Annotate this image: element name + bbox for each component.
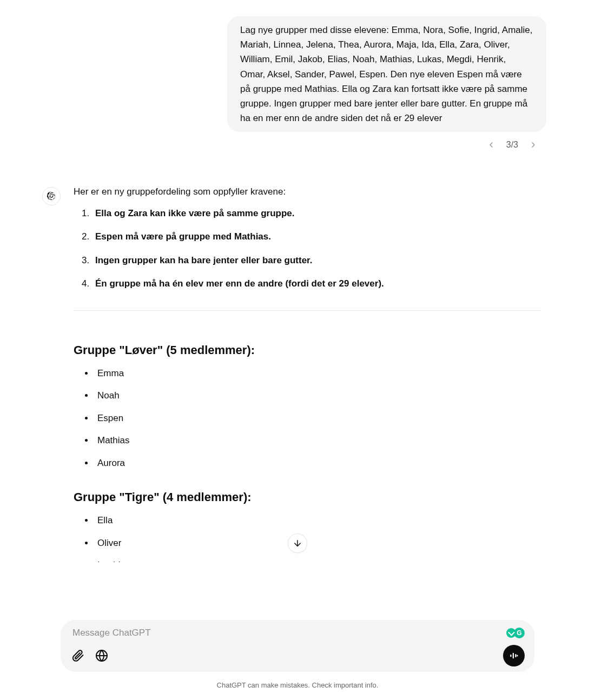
composer-left-icons	[70, 648, 109, 663]
rule-item: Ingen grupper kan ha bare jenter eller b…	[92, 254, 541, 268]
user-message-text: Lag nye grupper med disse elevene: Emma,…	[240, 25, 533, 123]
svg-rect-6	[517, 655, 518, 657]
assistant-message-row: Her er en ny gruppefordeling som oppfyll…	[42, 185, 546, 562]
section-divider	[74, 310, 541, 311]
svg-rect-5	[515, 654, 516, 657]
member-item: Noah	[94, 389, 541, 403]
assistant-avatar	[42, 187, 61, 205]
rules-list: Ella og Zara kan ikke være på samme grup…	[74, 206, 541, 291]
svg-rect-3	[510, 655, 511, 657]
scroll-to-bottom-button[interactable]	[288, 534, 307, 553]
chevron-left-icon[interactable]	[484, 137, 499, 152]
member-item: Ingrid	[94, 558, 541, 562]
member-item: Ella	[94, 514, 541, 528]
sound-wave-icon	[509, 651, 519, 661]
member-item: Oliver	[94, 536, 541, 550]
group-heading: Gruppe "Tigre" (4 medlemmer):	[74, 488, 541, 506]
user-message-bubble: Lag nye grupper med disse elevene: Emma,…	[227, 16, 546, 132]
composer-top-row: Message ChatGPT G	[70, 625, 525, 644]
member-item: Espen	[94, 411, 541, 425]
rule-item: Én gruppe må ha én elev mer enn de andre…	[92, 277, 541, 291]
member-item: Emma	[94, 366, 541, 381]
message-composer[interactable]: Message ChatGPT G	[61, 620, 534, 672]
svg-rect-4	[513, 653, 514, 659]
globe-icon	[95, 649, 108, 662]
rule-item: Espen må være på gruppe med Mathias.	[92, 230, 541, 244]
chevron-right-icon[interactable]	[526, 137, 541, 152]
assistant-intro: Her er en ny gruppefordeling som oppfyll…	[74, 185, 541, 199]
attach-button[interactable]	[70, 648, 85, 663]
message-pagination: 3/3	[42, 137, 546, 152]
rule-item: Ella og Zara kan ikke være på samme grup…	[92, 206, 541, 221]
composer-bottom-row	[70, 644, 525, 669]
members-list: Emma Noah Espen Mathias Aurora	[74, 366, 541, 470]
group-heading: Gruppe "Løver" (5 medlemmer):	[74, 341, 541, 359]
user-message-row: Lag nye grupper med disse elevene: Emma,…	[42, 16, 546, 132]
paperclip-icon	[71, 649, 84, 662]
composer-area: Message ChatGPT G	[61, 620, 534, 672]
chat-scroll-area: Lag nye grupper med disse elevene: Emma,…	[0, 0, 595, 562]
footer-disclaimer: ChatGPT can make mistakes. Check importa…	[0, 681, 595, 689]
grammarly-check-icon	[506, 628, 516, 638]
voice-input-button[interactable]	[503, 645, 525, 666]
openai-logo-icon	[46, 191, 57, 202]
member-item: Aurora	[94, 456, 541, 470]
member-item: Mathias	[94, 434, 541, 448]
grammarly-badge[interactable]: G	[506, 628, 525, 638]
web-button[interactable]	[94, 648, 109, 663]
assistant-content: Her er en ny gruppefordeling som oppfyll…	[74, 185, 546, 562]
arrow-down-icon	[293, 538, 302, 548]
members-list: Ella Oliver Ingrid	[74, 514, 541, 562]
composer-placeholder[interactable]: Message ChatGPT	[72, 628, 151, 638]
pagination-indicator: 3/3	[506, 140, 518, 150]
